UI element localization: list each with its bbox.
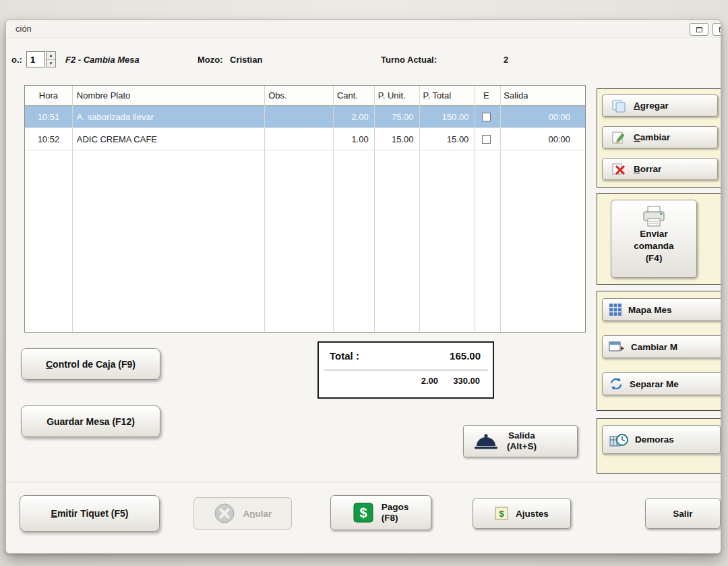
title-bar: ción — [6, 20, 721, 38]
mapa-mesas-button[interactable]: Mapa Mes — [602, 298, 721, 321]
enviar-comanda-button[interactable]: Enviar comanda (F4) — [611, 200, 697, 278]
column-divider — [333, 86, 334, 332]
cell-salida: 00:00 — [499, 128, 585, 150]
shift-label: Turno Actual: — [381, 55, 437, 65]
salir-button[interactable]: Salir — [645, 498, 721, 529]
bottom-divider — [6, 482, 721, 482]
salida-button[interactable]: Salida (Alt+S) — [463, 425, 578, 457]
totals-label: Total : — [330, 350, 359, 362]
table-row[interactable]: 10:51 A. saborizada llevar 2.00 75.00 15… — [25, 106, 585, 128]
cell-cant: 1.00 — [332, 128, 373, 150]
pos-window: ción o.: ▲ ▼ F2 - Cambia Mesa Mozo: Cris… — [5, 20, 721, 554]
agregar-button[interactable]: Agregar — [602, 94, 718, 117]
cloche-icon — [473, 432, 499, 451]
restore-icon — [696, 27, 702, 32]
cell-e — [473, 128, 499, 150]
total-amount: 330.00 — [453, 376, 480, 386]
cell-obs — [264, 128, 332, 150]
total-quantity: 2.00 — [421, 376, 438, 386]
clock-icon — [609, 432, 628, 448]
borrar-button[interactable]: Borrar — [602, 158, 718, 180]
table-row[interactable]: 10:52 ADIC CREMA CAFE 1.00 15.00 15.00 0… — [25, 128, 585, 150]
stepper-down-icon[interactable]: ▼ — [47, 60, 55, 67]
guardar-mesa-button[interactable]: Guardar Mesa (F12) — [21, 405, 160, 437]
dollar-icon: $ — [353, 503, 373, 523]
cell-obs — [264, 106, 332, 128]
cancel-icon — [214, 503, 235, 524]
ajustes-button[interactable]: $ Ajustes — [473, 498, 571, 529]
anular-button[interactable]: Anular — [193, 497, 292, 530]
column-header-punit: P. Unit. — [373, 86, 419, 105]
order-table[interactable]: Hora Nombre Plato Obs. Cant. P. Unit. P.… — [24, 85, 586, 333]
split-arrows-icon — [609, 377, 624, 391]
pagos-button[interactable]: $ Pagos (F8) — [330, 495, 431, 530]
column-header-plato: Nombre Plato — [72, 86, 264, 105]
separar-mesa-button[interactable]: Separar Me — [602, 372, 721, 395]
table-number-input[interactable] — [26, 51, 45, 67]
e-checkbox[interactable] — [482, 135, 491, 144]
column-header-salida: Salida — [499, 86, 585, 105]
stepper-up-icon[interactable]: ▲ — [47, 52, 55, 60]
close-icon — [719, 27, 722, 32]
printer-icon — [641, 206, 667, 227]
cell-plato: ADIC CREMA CAFE — [72, 128, 264, 150]
cell-e — [473, 106, 499, 128]
column-header-hora: Hora — [25, 86, 72, 105]
column-header-e: E — [473, 86, 499, 105]
cell-plato: A. saborizada llevar — [72, 106, 264, 128]
delete-x-icon — [611, 163, 626, 176]
cambiar-button[interactable]: Cambiar — [602, 126, 718, 148]
waiter-name: Cristian — [230, 55, 262, 65]
column-divider — [264, 86, 265, 332]
shift-value: 2 — [504, 55, 508, 65]
grid-icon — [609, 303, 622, 316]
cambiar-mesa-button[interactable]: Cambiar M — [602, 335, 721, 358]
waiter-label: Mozo: — [198, 55, 223, 65]
add-pages-icon — [611, 99, 626, 113]
table-header-row: Hora Nombre Plato Obs. Cant. P. Unit. P.… — [25, 86, 585, 106]
table-number-stepper[interactable]: ▲ ▼ — [46, 51, 56, 67]
svg-text:$: $ — [499, 509, 504, 519]
cell-salida: 00:00 — [499, 106, 585, 128]
totals-box: Total : 165.00 2.00 330.00 — [317, 341, 494, 399]
totals-divider — [324, 370, 488, 370]
cell-punit: 75.00 — [373, 106, 419, 128]
mode-label: F2 - Cambia Mesa — [65, 55, 140, 65]
column-divider — [475, 86, 475, 332]
total-value: 165.00 — [450, 350, 481, 362]
window-title: ción — [16, 24, 32, 34]
column-header-obs: Obs. — [264, 86, 332, 105]
window-arrow-icon — [609, 340, 625, 353]
edit-pencil-icon — [611, 131, 626, 144]
cell-punit: 15.00 — [373, 128, 419, 150]
table-number-label: o.: — [11, 55, 22, 65]
svg-text:$: $ — [359, 505, 367, 520]
restore-button[interactable] — [690, 23, 708, 36]
cell-hora: 10:52 — [25, 128, 72, 150]
cell-ptotal: 15.00 — [419, 128, 474, 150]
emitir-tiquet-button[interactable]: Emitir Tiquet (F5) — [20, 495, 160, 532]
cell-hora: 10:51 — [25, 106, 72, 128]
control-caja-button[interactable]: Control de Caja (F9) — [21, 348, 160, 380]
cell-ptotal: 150.00 — [419, 106, 474, 128]
e-checkbox[interactable] — [482, 113, 491, 121]
column-divider — [419, 86, 420, 332]
small-dollar-icon: $ — [495, 507, 508, 520]
column-header-ptotal: P. Total — [419, 86, 474, 105]
column-header-cant: Cant. — [332, 86, 373, 105]
column-divider — [374, 86, 375, 332]
cell-cant: 2.00 — [332, 106, 373, 128]
demoras-button[interactable]: Demoras — [602, 425, 721, 454]
column-divider — [72, 86, 73, 332]
close-button[interactable] — [712, 23, 721, 36]
column-divider — [500, 86, 501, 332]
